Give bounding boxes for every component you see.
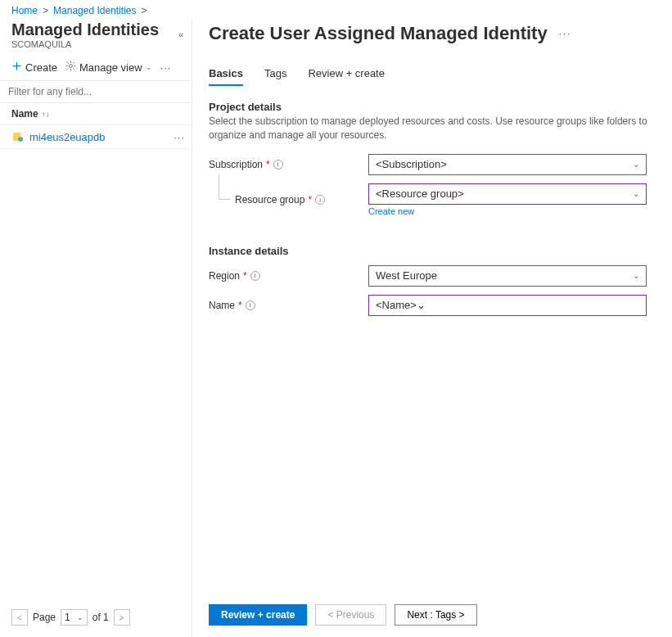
breadcrumb-sep: > [141,5,147,16]
previous-button[interactable]: < Previous [315,604,386,626]
breadcrumb-sep: > [43,5,48,16]
name-label: Name [209,300,235,311]
subscription-label: Subscription [209,159,263,170]
tab-strip: Basics Tags Review + create [209,67,656,86]
info-icon[interactable]: i [250,271,260,281]
project-details-heading: Project details [209,101,656,113]
pager-next-button[interactable]: > [114,609,130,626]
tab-basics[interactable]: Basics [209,67,243,86]
pager-current: 1 [65,612,70,623]
breadcrumb: Home > Managed Identities > [0,0,672,18]
manage-view-button[interactable]: Manage view ⌄ [65,61,152,74]
resource-group-value: <Resource group> [376,187,464,200]
pager-page-select[interactable]: 1 ⌄ [61,609,88,626]
create-button[interactable]: Create [11,61,57,74]
next-button[interactable]: Next : Tags > [395,604,476,626]
chevron-down-icon: ⌄ [633,271,639,280]
filter-input[interactable] [0,81,192,102]
list-column-header[interactable]: Name ↑↓ [0,103,192,125]
sidebar-title: Managed Identities [11,20,180,39]
main-panel: Create User Assigned Managed Identity ··… [192,18,672,637]
resource-group-label: Resource group [235,194,304,206]
name-input[interactable]: <Name> ⌄ [368,295,647,316]
managed-identity-icon [11,130,25,143]
chevron-down-icon: ⌄ [146,63,152,71]
sidebar: Managed Identities SCOMAQUILA « Create M… [0,18,192,637]
create-new-link[interactable]: Create new [368,206,414,216]
sidebar-subtitle: SCOMAQUILA [11,39,180,49]
pager: < Page 1 ⌄ of 1 > [11,609,130,626]
instance-details-heading: Instance details [209,245,656,257]
subscription-value: <Subscription> [376,158,447,170]
info-icon[interactable]: i [246,300,255,310]
breadcrumb-managed-identities[interactable]: Managed Identities [53,5,136,16]
pager-prev-button[interactable]: < [11,609,28,626]
pager-of-label: of 1 [92,612,109,623]
info-icon[interactable]: i [315,195,325,205]
collapse-icon[interactable]: « [178,29,183,39]
tab-tags[interactable]: Tags [264,67,286,86]
gear-icon [65,61,76,74]
list-item-label: mi4eus2euapdb [29,131,106,143]
project-details-description: Select the subscription to manage deploy… [209,115,656,142]
required-asterisk: * [238,300,242,311]
pager-page-label: Page [33,612,56,623]
required-asterisk: * [308,194,312,206]
footer-bar: Review + create < Previous Next : Tags > [209,596,656,626]
svg-point-0 [70,65,73,68]
review-create-button[interactable]: Review + create [209,604,307,626]
column-name-label: Name [11,108,38,120]
tab-review-create[interactable]: Review + create [308,67,385,86]
subscription-select[interactable]: <Subscription> ⌄ [368,154,647,175]
plus-icon [11,61,22,74]
sort-arrow-icon: ↑↓ [42,110,50,119]
region-value: West Europe [376,269,437,282]
region-select[interactable]: West Europe ⌄ [368,265,647,287]
list-item[interactable]: mi4eus2euapdb ··· [0,125,192,149]
row-more-icon[interactable]: ··· [174,131,185,143]
svg-point-2 [18,137,23,142]
manage-view-label: Manage view [79,61,142,74]
info-icon[interactable]: i [273,160,283,169]
required-asterisk: * [243,270,247,282]
panel-title: Create User Assigned Managed Identity [209,23,548,44]
panel-more-icon[interactable]: ··· [559,28,572,39]
region-label: Region [209,270,240,282]
chevron-down-icon: ⌄ [417,299,426,311]
resource-group-select[interactable]: <Resource group> ⌄ [368,183,647,205]
name-value: <Name> [376,299,417,311]
chevron-down-icon: ⌄ [633,160,639,169]
breadcrumb-home[interactable]: Home [11,5,38,16]
create-label: Create [25,61,57,74]
required-asterisk: * [266,159,270,170]
toolbar-more-icon[interactable]: ··· [160,61,172,74]
chevron-down-icon: ⌄ [77,613,83,621]
chevron-down-icon: ⌄ [633,189,639,198]
